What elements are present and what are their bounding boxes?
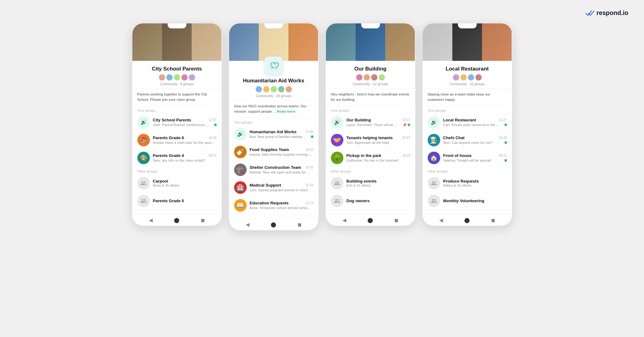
bottom-nav-4: ◀ ⬤ ◼ bbox=[423, 214, 512, 226]
chat-preview: Ava: New group of families waiting ... bbox=[250, 135, 310, 139]
chat-time: 12:37 bbox=[209, 118, 216, 122]
avatar bbox=[174, 74, 180, 81]
chat-name: Shelter Construction Team bbox=[250, 165, 301, 170]
header-image-4 bbox=[423, 23, 512, 61]
chat-info: Front of house 09:21 Valeriya: Tonight w… bbox=[443, 153, 507, 162]
square-nav-icon[interactable]: ◼ bbox=[394, 217, 398, 223]
chat-item[interactable]: 👨‍🍳 Chefs Chat 10:45 Alex: Can anyone co… bbox=[423, 131, 512, 149]
chat-preview: Guilherme: No rain in the forecast! bbox=[347, 159, 410, 162]
chat-time: 10:18 bbox=[209, 136, 216, 139]
chat-item[interactable]: Local Restaurant 12:27 Carl: Private par… bbox=[423, 114, 512, 131]
chat-name: Humanitarian Aid Works bbox=[250, 129, 297, 134]
avatar bbox=[166, 74, 173, 81]
chat-item[interactable]: 🎨 Parents Grade 4 08:52 Sam: any info on… bbox=[132, 149, 222, 167]
chat-preview: Alex: Can anyone cover for me? bbox=[443, 141, 503, 144]
community-label-4: Community · 10 groups bbox=[428, 82, 507, 86]
chat-preview: Amelia: Have a math tutor for the upco..… bbox=[153, 141, 217, 144]
other-group-sub: Esh & 21 others bbox=[347, 183, 410, 187]
chat-time: 12:13 bbox=[305, 201, 313, 205]
phone-notch-1 bbox=[168, 23, 186, 28]
chat-name: Our Building bbox=[347, 118, 371, 122]
phone-notch-3 bbox=[361, 23, 380, 28]
other-group-name: Dog owners bbox=[347, 198, 410, 203]
chat-item[interactable]: 📖 Education Requests 12:13 Anna: Tempora… bbox=[229, 197, 318, 214]
read-more-link[interactable]: Read more bbox=[277, 110, 295, 113]
home-nav-icon[interactable]: ⬤ bbox=[367, 217, 373, 223]
other-group-name: Monthly Volunteering bbox=[443, 198, 507, 203]
chat-time: 13:37 bbox=[402, 118, 410, 122]
other-group-item[interactable]: Produce Requests Aditya & 32 others bbox=[423, 174, 512, 192]
chat-item[interactable]: City School Parents 12:37 José: Parent/T… bbox=[132, 114, 222, 131]
chat-item[interactable]: 🍼 Food Supplies Team 16:42 Ivanna: baby … bbox=[229, 143, 318, 161]
chat-name: Chefs Chat bbox=[443, 135, 465, 140]
phone-humanitarian: Humanitarian Aid Works Community · 24 gr… bbox=[229, 23, 319, 231]
people-icon bbox=[431, 198, 437, 204]
heart-hands-icon bbox=[268, 60, 279, 71]
chat-name: Education Requests bbox=[250, 201, 289, 205]
other-group-info: Carpool Anna & 45 others bbox=[153, 179, 217, 187]
chat-item[interactable]: Humanitarian Aid Works 17:06 Ava: New gr… bbox=[229, 125, 318, 143]
chat-info: Local Restaurant 12:27 Carl: Private par… bbox=[443, 118, 507, 127]
other-group-info: Parents Grade 5 bbox=[153, 198, 217, 203]
chat-avatar: 👨‍🍳 bbox=[428, 134, 440, 146]
square-nav-icon[interactable]: ◼ bbox=[201, 217, 205, 223]
description-3: Hey neighbors - here's how we coordinate… bbox=[326, 89, 415, 106]
chat-avatar: 🍼 bbox=[234, 146, 247, 158]
other-group-name: Carpool bbox=[153, 179, 217, 183]
square-nav-icon[interactable]: ◼ bbox=[491, 217, 495, 223]
your-groups-label-4: Your groups bbox=[423, 106, 512, 114]
chat-time: 12:27 bbox=[499, 118, 507, 122]
chat-item[interactable]: 🏠 Front of house 09:21 Valeriya: Tonight… bbox=[423, 149, 512, 167]
other-group-sub: Aditya & 32 others bbox=[443, 183, 507, 187]
back-nav-icon[interactable]: ◀ bbox=[439, 217, 443, 223]
other-group-item[interactable]: Parents Grade 5 bbox=[132, 192, 222, 210]
chat-item[interactable]: Our Building 13:37 Laura: Reminder: Ther… bbox=[326, 114, 415, 131]
chat-info: Our Building 13:37 Laura: Reminder: Ther… bbox=[347, 118, 410, 127]
avatars-1 bbox=[137, 74, 217, 81]
chat-item[interactable]: 🏥 Medical Support 15:59 Lars: Injured pr… bbox=[229, 179, 318, 197]
other-group-avatar bbox=[428, 177, 440, 189]
phone-local-restaurant: Local Restaurant Community · 10 groups S… bbox=[422, 23, 513, 226]
other-group-item[interactable]: Building events Esh & 21 others bbox=[326, 174, 415, 192]
other-group-item[interactable]: Carpool Anna & 45 others bbox=[132, 174, 222, 192]
other-group-item[interactable]: Dog owners bbox=[326, 192, 415, 210]
avatar bbox=[475, 74, 482, 81]
home-nav-icon[interactable]: ⬤ bbox=[464, 217, 470, 223]
back-nav-icon[interactable]: ◀ bbox=[246, 222, 249, 227]
your-groups-label-1: Your groups bbox=[132, 106, 222, 114]
chat-item[interactable]: 🏗️ Shelter Construction Team 16:35 Nykol… bbox=[229, 161, 318, 179]
status-dot bbox=[504, 141, 507, 144]
bottom-nav-1: ◀ ⬤ ◼ bbox=[132, 214, 222, 226]
chat-avatar: 🏠 bbox=[428, 152, 440, 164]
brand-name: respond.io bbox=[597, 9, 628, 17]
chat-name: Medical Support bbox=[250, 183, 281, 188]
other-group-info: Dog owners bbox=[347, 198, 410, 203]
chat-info: Food Supplies Team 16:42 Ivanna: baby fo… bbox=[250, 147, 313, 156]
other-groups-label-1: Other groups bbox=[132, 167, 222, 174]
chat-preview: Lars: Injured pregnant woman in need ... bbox=[250, 188, 313, 192]
chat-time: 08:52 bbox=[209, 154, 216, 157]
home-nav-icon[interactable]: ⬤ bbox=[271, 222, 276, 227]
avatar bbox=[159, 74, 165, 81]
chat-preview: Laura: Reminder: There will be ... bbox=[347, 123, 401, 127]
your-groups-label-2: Your groups bbox=[229, 118, 318, 125]
chat-info: Chefs Chat 10:45 Alex: Can anyone cover … bbox=[443, 135, 507, 144]
avatars-3 bbox=[331, 74, 410, 81]
back-nav-icon[interactable]: ◀ bbox=[149, 217, 153, 223]
chat-item[interactable]: 🤝 Tenants helping tenants 20:03 Tom: App… bbox=[326, 131, 415, 149]
avatar bbox=[453, 74, 460, 81]
chat-info: Parents Grade 4 08:52 Sam: any info on t… bbox=[153, 153, 217, 162]
home-nav-icon[interactable]: ⬤ bbox=[174, 217, 179, 223]
chat-preview: Anna: Temporary school almost comp... bbox=[250, 206, 313, 210]
chat-avatar: 🏥 bbox=[234, 181, 247, 194]
chat-item[interactable]: 🌳 Pickup in the park 18:18 Guilherme: No… bbox=[326, 149, 415, 167]
other-group-avatar bbox=[137, 195, 150, 207]
back-nav-icon[interactable]: ◀ bbox=[342, 217, 346, 223]
logo-icon bbox=[585, 10, 595, 17]
square-nav-icon[interactable]: ◼ bbox=[297, 222, 302, 227]
chat-time: 17:06 bbox=[305, 130, 313, 134]
community-label-2: Community · 24 groups bbox=[234, 94, 313, 98]
phone-notch-4 bbox=[458, 23, 477, 28]
other-group-item[interactable]: Monthly Volunteering bbox=[423, 192, 512, 210]
chat-item[interactable]: 📚 Parents Grade 6 10:18 Amelia: Have a m… bbox=[132, 131, 222, 149]
